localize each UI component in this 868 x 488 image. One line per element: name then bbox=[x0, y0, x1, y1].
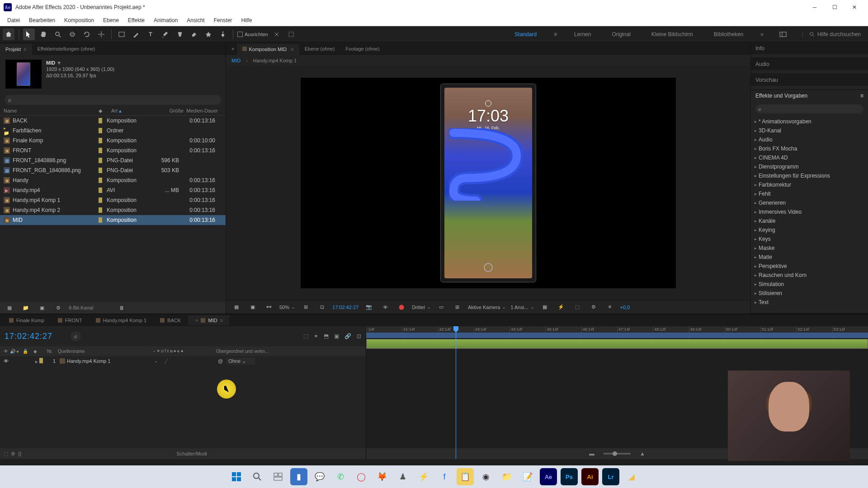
grid-icon[interactable]: ⊞ bbox=[452, 301, 463, 313]
layer-row[interactable]: 👁 ▸ 1 Handy.mp4 Komp 1 ⬩ ╱ @Ohne ⌄ bbox=[0, 356, 366, 366]
col-label-icon[interactable]: ◆ bbox=[33, 349, 47, 354]
trash-icon[interactable]: 🗑 bbox=[116, 302, 127, 314]
anchor-tool[interactable] bbox=[95, 28, 107, 40]
brush-tool[interactable] bbox=[159, 28, 171, 40]
col-number[interactable]: Nr. bbox=[47, 349, 58, 354]
start-button[interactable] bbox=[228, 468, 245, 485]
menu-datei[interactable]: Datei bbox=[3, 15, 24, 25]
effect-category[interactable]: ▸Matte bbox=[755, 253, 864, 262]
illustrator-icon[interactable]: Ai bbox=[581, 468, 599, 485]
timeline-tab[interactable]: BACK bbox=[154, 315, 187, 325]
panel-tab-audio[interactable]: Audio bbox=[751, 58, 868, 70]
menu-effekte[interactable]: Effekte bbox=[123, 15, 149, 25]
project-item[interactable]: ▸📁FarbflächenOrdner bbox=[0, 126, 226, 136]
effect-category[interactable]: ▸Keying bbox=[755, 225, 864, 235]
effect-category[interactable]: ▸* Animationsvorgaben bbox=[755, 117, 864, 126]
pen-tool[interactable] bbox=[130, 28, 142, 40]
pickwhip-icon[interactable]: @ bbox=[218, 358, 223, 364]
menu-komposition[interactable]: Komposition bbox=[60, 15, 99, 25]
nav-comp-active[interactable]: MID bbox=[231, 58, 241, 63]
zoom-dropdown[interactable]: 50% ⌄ bbox=[279, 304, 295, 310]
help-search[interactable]: Hilfe durchsuchen bbox=[802, 31, 861, 38]
interpret-footage-icon[interactable]: ▦ bbox=[4, 302, 15, 314]
3d-icon[interactable]: ⬚ bbox=[571, 301, 583, 313]
layer-twirl-icon[interactable]: ▸ bbox=[35, 359, 38, 364]
new-comp-icon[interactable]: ▣ bbox=[36, 302, 48, 314]
panel-tab-info[interactable]: Info bbox=[751, 42, 868, 54]
effect-category[interactable]: ▸Rauschen und Korn bbox=[755, 271, 864, 280]
renderer-icon[interactable]: ⚙ bbox=[588, 301, 599, 313]
pixel-aspect-icon[interactable]: ▦ bbox=[539, 301, 551, 313]
col-duration[interactable]: Medien-Dauer bbox=[184, 108, 220, 114]
tl-icon-6[interactable]: ⊡ bbox=[357, 333, 361, 339]
zoom-out-icon[interactable]: ▬ bbox=[589, 450, 594, 457]
effects-search[interactable]: ⌕ bbox=[755, 104, 863, 113]
alpha-toggle-icon[interactable]: ▦ bbox=[231, 301, 242, 313]
tl-icon-3[interactable]: ⬒ bbox=[324, 333, 329, 339]
menu-fenster[interactable]: Fenster bbox=[209, 15, 237, 25]
snap-options[interactable] bbox=[271, 28, 283, 40]
project-item[interactable]: ▶Handy.mp4AVI... MB0:00:13:16 bbox=[0, 185, 226, 195]
switches-modes-toggle[interactable]: Schalter/Modi bbox=[21, 451, 362, 456]
effect-category[interactable]: ▸Kanäle bbox=[755, 216, 864, 225]
orbit-tool[interactable] bbox=[66, 28, 78, 40]
effects-list[interactable]: ▸* Animationsvorgaben▸3D-Kanal▸Audio▸Bor… bbox=[751, 116, 868, 313]
zoom-tool[interactable] bbox=[52, 28, 64, 40]
selection-tool[interactable] bbox=[23, 28, 35, 40]
effect-category[interactable]: ▸Audio bbox=[755, 135, 864, 144]
tl-icon-5[interactable]: 🔗 bbox=[344, 333, 351, 339]
exposure-value[interactable]: +0,0 bbox=[620, 305, 630, 310]
panel-tab-effects[interactable]: Effekte und Vorgaben≡ bbox=[751, 90, 868, 102]
hand-tool[interactable] bbox=[38, 28, 49, 40]
col-name[interactable]: Name bbox=[4, 108, 99, 114]
project-item[interactable]: ▣HandyKomposition0:00:13:16 bbox=[0, 175, 226, 185]
nav-comp-link[interactable]: Handy.mp4 Komp 1 bbox=[253, 58, 297, 63]
roto-tool[interactable] bbox=[203, 28, 214, 40]
menu-bearbeiten[interactable]: Bearbeiten bbox=[24, 15, 60, 25]
timeline-tab[interactable]: × MID ≡ bbox=[188, 315, 229, 325]
minimize-button[interactable]: ─ bbox=[805, 0, 825, 14]
explorer-icon[interactable]: ▮ bbox=[290, 468, 307, 485]
project-item[interactable]: ▣Handy.mp4 Komp 1Komposition0:00:13:16 bbox=[0, 195, 226, 205]
layer-switches[interactable]: ⬩ ╱ bbox=[155, 358, 218, 364]
project-list[interactable]: ▣BACKKomposition0:00:13:16▸📁FarbflächenO… bbox=[0, 116, 226, 302]
safe-zones-icon[interactable]: ⊡ bbox=[316, 301, 328, 313]
exposure-reset-icon[interactable]: ☀ bbox=[604, 301, 616, 313]
effect-category[interactable]: ▸Perspektive bbox=[755, 262, 864, 271]
notepad-icon[interactable]: 📝 bbox=[519, 468, 536, 485]
project-item[interactable]: ▣Finale KompKomposition0:00:10:00 bbox=[0, 136, 226, 145]
tab-composition[interactable]: Komposition MID ≡ bbox=[237, 44, 299, 55]
timeline-tab[interactable]: Handy.mp4 Komp 1 bbox=[90, 315, 153, 325]
camera-dropdown[interactable]: Aktive Kamera ⌄ bbox=[468, 304, 506, 310]
opera-icon[interactable]: ◯ bbox=[353, 468, 370, 485]
effect-category[interactable]: ▸CINEMA 4D bbox=[755, 153, 864, 162]
notes-icon[interactable]: 📋 bbox=[457, 468, 474, 485]
viewer-timecode[interactable]: 17:02:42:27 bbox=[332, 305, 359, 310]
photoshop-icon[interactable]: Ps bbox=[561, 468, 578, 485]
col-source-name[interactable]: Quellenname bbox=[58, 349, 153, 354]
workspace-overflow-icon[interactable]: » bbox=[760, 31, 764, 38]
workspace-standard[interactable]: Standard bbox=[511, 29, 540, 39]
time-ruler[interactable]: :14f41:14f42:14f43:14f44:14f45:14f46:14f… bbox=[366, 326, 868, 339]
project-item[interactable]: ▦FRONT_RGB_1840886.pngPNG-Datei503 KB bbox=[0, 165, 226, 175]
tl-icon-1[interactable]: ⬚ bbox=[303, 333, 308, 339]
effect-category[interactable]: ▸Simulation bbox=[755, 280, 864, 289]
workspace-reset[interactable] bbox=[777, 28, 789, 40]
workspace-menu-icon[interactable]: ≡ bbox=[554, 31, 557, 38]
effect-category[interactable]: ▸Keys bbox=[755, 235, 864, 244]
rectangle-tool[interactable] bbox=[116, 28, 127, 40]
after-effects-icon[interactable]: Ae bbox=[540, 468, 557, 485]
timeline-search[interactable]: ⌕ bbox=[71, 331, 81, 341]
effect-category[interactable]: ▸Maske bbox=[755, 244, 864, 253]
maximize-button[interactable]: ☐ bbox=[825, 0, 844, 14]
effect-category[interactable]: ▸Boris FX Mocha bbox=[755, 144, 864, 153]
tl-foot-icon-3[interactable]: {} bbox=[18, 451, 21, 456]
layer-visibility-icon[interactable]: 👁 bbox=[4, 358, 9, 364]
resolution-dropdown[interactable]: Drittel ⌄ bbox=[412, 304, 431, 310]
menu-ebene[interactable]: Ebene bbox=[99, 15, 123, 25]
project-settings-icon[interactable]: ⚙ bbox=[52, 302, 64, 314]
new-folder-icon[interactable]: 📁 bbox=[20, 302, 32, 314]
tab-project[interactable]: Projekt≡ bbox=[0, 44, 32, 55]
project-item[interactable]: ▣BACKKomposition0:00:13:16 bbox=[0, 116, 226, 126]
clone-tool[interactable] bbox=[174, 28, 185, 40]
